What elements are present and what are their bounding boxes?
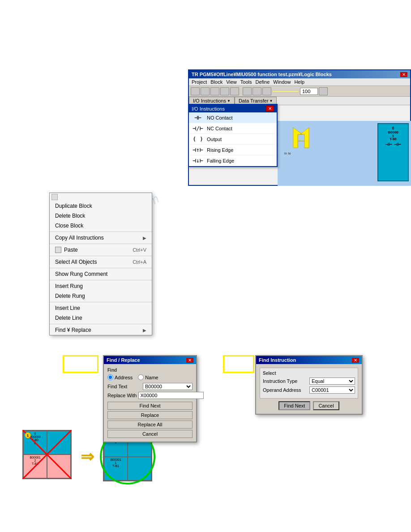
ctx-insert-line[interactable]: Insert Line bbox=[50, 303, 152, 313]
toolbar-btn-5[interactable] bbox=[230, 87, 239, 95]
ctx-find-replace[interactable]: Find ¥ Replace ▶ bbox=[50, 325, 152, 335]
before-cell-top-right bbox=[47, 431, 71, 455]
fi-instruction-type-select[interactable]: Equal bbox=[309, 378, 355, 385]
tr-menubar: Project Block View Tools Define Window H… bbox=[189, 78, 410, 86]
menu-view[interactable]: View bbox=[226, 79, 237, 85]
falling-edge-label: Falling Edge bbox=[207, 158, 234, 163]
replace-with-row: Replace With bbox=[107, 392, 193, 399]
io-item-rising-edge[interactable]: ⊣↑⊢ Rising Edge bbox=[189, 145, 277, 155]
menu-tools[interactable]: Tools bbox=[240, 79, 252, 85]
before-number-badge: 1 bbox=[25, 432, 31, 438]
menu-project[interactable]: Project bbox=[192, 79, 207, 85]
ctx-separator-2 bbox=[50, 244, 152, 244]
find-next-button[interactable]: Find Next bbox=[107, 402, 193, 410]
toolbar-btn-6[interactable] bbox=[243, 87, 252, 95]
svg-marker-0 bbox=[293, 128, 309, 148]
radio-address-label[interactable]: Address bbox=[107, 374, 133, 380]
fi-cancel-button[interactable]: Cancel bbox=[313, 401, 339, 410]
tr-window-close-button[interactable]: ✕ bbox=[400, 72, 407, 77]
yellow-highlight-left bbox=[63, 355, 98, 373]
fi-find-next-button[interactable]: Find Next bbox=[278, 401, 310, 410]
find-text-dropdown[interactable]: B00000 bbox=[143, 383, 193, 390]
ctx-select-all-objects[interactable]: Select All Objects Ctrl+A bbox=[50, 257, 152, 267]
ctx-insert-line-label: Insert Line bbox=[55, 305, 80, 311]
io-dropdown-header: I/O Instructions ✕ bbox=[189, 105, 277, 112]
ctx-close-block[interactable]: Close Block bbox=[50, 221, 152, 231]
ctx-show-rung-comment[interactable]: Show Rung Comment bbox=[50, 269, 152, 279]
no-contact-label: NO Contact bbox=[207, 115, 232, 120]
zoom-input[interactable]: 100 bbox=[300, 88, 318, 95]
find-section-label: Find bbox=[107, 368, 193, 373]
find-replace-dialog: Find / Replace ✕ Find Address Name Find … bbox=[103, 355, 197, 442]
ctx-separator-5 bbox=[50, 280, 152, 280]
fi-instruction-type-row: Instruction Type Equal bbox=[263, 378, 355, 385]
menu-block[interactable]: Block bbox=[210, 79, 223, 85]
fi-operand-address-select[interactable]: C00001 bbox=[309, 386, 355, 394]
rising-edge-symbol: ⊣↑⊢ bbox=[193, 146, 203, 153]
cancel-button[interactable]: Cancel bbox=[107, 430, 193, 438]
find-replace-titlebar: Find / Replace ✕ bbox=[104, 356, 196, 364]
find-instruction-close-button[interactable]: ✕ bbox=[352, 358, 359, 363]
radio-name-label[interactable]: Name bbox=[138, 374, 158, 380]
yellow-highlight-right bbox=[223, 355, 254, 373]
toolbar-btn-9[interactable] bbox=[319, 87, 328, 95]
replace-all-button[interactable]: Replace All bbox=[107, 420, 193, 429]
fi-section-label: Select bbox=[263, 371, 355, 376]
ctx-delete-block[interactable]: Delete Block bbox=[50, 211, 152, 221]
ctx-separator-1 bbox=[50, 232, 152, 232]
before-cell-bottom-right bbox=[47, 455, 71, 478]
ctx-insert-rung[interactable]: Insert Rung bbox=[50, 281, 152, 291]
toolbar-btn-3[interactable] bbox=[210, 87, 219, 95]
radio-name-text: Name bbox=[145, 375, 158, 380]
toolbar-btn-4[interactable] bbox=[220, 87, 229, 95]
menu-help[interactable]: Help bbox=[294, 79, 304, 85]
ctx-duplicate-block[interactable]: Duplicate Block bbox=[50, 201, 152, 211]
find-instruction-body: Select Instruction Type Equal Operand Ad… bbox=[256, 364, 362, 414]
ctx-paste-shortcut: Ctrl+V bbox=[133, 247, 146, 253]
ctx-duplicate-block-label: Duplicate Block bbox=[55, 203, 92, 209]
ctx-delete-line[interactable]: Delete Line bbox=[50, 313, 152, 323]
find-instruction-titlebar: Find Instruction ✕ bbox=[256, 356, 362, 364]
replace-button[interactable]: Replace bbox=[107, 411, 193, 419]
radio-name[interactable] bbox=[138, 374, 144, 380]
data-transfer-arrow: ▼ bbox=[270, 99, 273, 103]
io-item-nc-contact[interactable]: ⊣/⊢ NC Contact bbox=[189, 123, 277, 134]
ctx-copy-all-instructions[interactable]: Copy All Instructions ▶ bbox=[50, 233, 152, 243]
find-replace-buttons: Find Next Replace Replace All Cancel bbox=[107, 402, 193, 438]
find-instruction-select-section: Select Instruction Type Equal Operand Ad… bbox=[260, 368, 358, 399]
yellow-arrow-svg: ln le bbox=[280, 125, 320, 157]
ctx-separator-4 bbox=[50, 268, 152, 268]
find-radio-group: Address Name bbox=[107, 374, 193, 380]
menu-define[interactable]: Define bbox=[256, 79, 270, 85]
ctx-delete-line-label: Delete Line bbox=[55, 315, 82, 321]
toolbar-btn-2[interactable] bbox=[201, 87, 210, 95]
before-cell-bottom-left: B00001 2 T-B1 bbox=[23, 455, 47, 478]
after-cell-bottom-right bbox=[128, 457, 151, 481]
ctx-copy-all-arrow: ▶ bbox=[143, 236, 146, 240]
fi-instruction-type-label: Instruction Type bbox=[263, 378, 308, 384]
menu-window[interactable]: Window bbox=[273, 79, 291, 85]
toolbar-btn-7[interactable] bbox=[253, 87, 261, 95]
ctx-paste[interactable]: Paste Ctrl+V bbox=[50, 245, 152, 255]
io-item-no-contact[interactable]: ⊣⊢ NO Contact bbox=[189, 112, 277, 123]
before-block: 0 B00000 T-B0 0 1 B00001 2 T-B1 bbox=[22, 430, 76, 484]
ctx-select-all-label: Select All Objects bbox=[55, 259, 97, 265]
context-menu: Duplicate Block Delete Block Close Block… bbox=[49, 193, 152, 335]
radio-address[interactable] bbox=[107, 374, 113, 380]
io-instructions-dropdown: I/O Instructions ✕ ⊣⊢ NO Contact ⊣/⊢ NC … bbox=[188, 104, 278, 167]
io-item-output[interactable]: ( ) Output bbox=[189, 134, 277, 145]
find-replace-close-button[interactable]: ✕ bbox=[186, 358, 193, 363]
toolbar-btn-8[interactable] bbox=[262, 87, 271, 95]
canvas-block-b00000: 0 B0000 1 T-B0 ⊣⊢ ⊣⊢ bbox=[377, 123, 409, 181]
ctx-delete-rung[interactable]: Delete Rung bbox=[50, 291, 152, 301]
io-item-falling-edge[interactable]: ⊣↓⊢ Falling Edge bbox=[189, 155, 277, 166]
io-dropdown-close[interactable]: ✕ bbox=[266, 106, 274, 112]
io-dropdown-title: I/O Instructions bbox=[192, 106, 225, 112]
replace-with-input[interactable] bbox=[138, 392, 204, 399]
find-instruction-dialog: Find Instruction ✕ Select Instruction Ty… bbox=[255, 355, 363, 415]
ctx-select-all-shortcut: Ctrl+A bbox=[133, 259, 146, 265]
find-instruction-buttons: Find Next Cancel bbox=[260, 401, 358, 410]
fi-operand-address-row: Operand Address C00001 bbox=[263, 386, 355, 394]
nc-contact-label: NC Contact bbox=[207, 126, 232, 131]
toolbar-btn-1[interactable] bbox=[191, 87, 200, 95]
